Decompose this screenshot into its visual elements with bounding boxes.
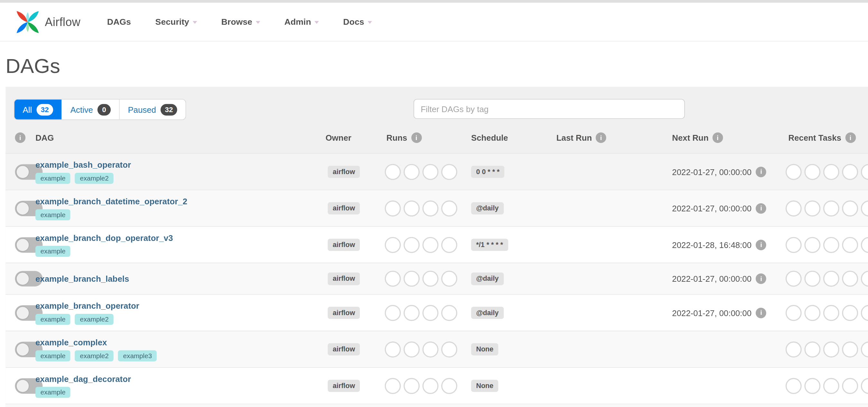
nav-item-dags[interactable]: DAGs (107, 17, 131, 27)
run-state-circle[interactable] (422, 305, 438, 321)
recent-task-circle[interactable] (804, 305, 820, 321)
recent-task-circle[interactable] (861, 378, 868, 394)
recent-task-circle[interactable] (804, 200, 820, 216)
run-state-circle[interactable] (422, 200, 438, 216)
runs-info-icon[interactable] (411, 133, 422, 143)
recent-task-circle[interactable] (804, 237, 820, 253)
recent-task-circle[interactable] (861, 341, 868, 358)
dag-tag[interactable]: example2 (75, 173, 114, 184)
next-run-info-icon[interactable] (756, 274, 767, 284)
recent-task-circle[interactable] (786, 341, 802, 358)
run-state-circle[interactable] (441, 271, 457, 287)
run-state-circle[interactable] (404, 164, 420, 180)
run-state-circle[interactable] (384, 305, 401, 321)
dag-name-link[interactable]: example_branch_operator (35, 301, 139, 310)
recent-task-circle[interactable] (842, 271, 858, 287)
recent-task-circle[interactable] (842, 200, 858, 216)
recent-task-circle[interactable] (823, 200, 839, 216)
dag-tag[interactable]: example (35, 246, 70, 257)
run-state-circle[interactable] (384, 164, 401, 180)
filter-dags-input[interactable] (413, 99, 685, 119)
recent-task-circle[interactable] (861, 271, 868, 287)
recent-task-circle[interactable] (842, 341, 858, 358)
recent-task-circle[interactable] (823, 378, 839, 394)
run-state-circle[interactable] (384, 200, 401, 216)
recent-task-circle[interactable] (786, 200, 802, 216)
nav-item-browse[interactable]: Browse (221, 17, 260, 27)
brand-link[interactable]: Airflow (16, 10, 81, 34)
pause-info-icon[interactable] (15, 133, 25, 143)
recent-task-circle[interactable] (842, 305, 858, 321)
next-run-info-icon[interactable] (756, 203, 767, 214)
recent-task-circle[interactable] (823, 237, 839, 253)
recent-task-circle[interactable] (804, 164, 820, 180)
run-state-circle[interactable] (441, 237, 457, 253)
next-run-info-icon-header[interactable] (712, 133, 723, 143)
dag-name-link[interactable]: example_dag_decorator (35, 374, 131, 383)
run-state-circle[interactable] (422, 341, 438, 358)
recent-task-circle[interactable] (861, 237, 868, 253)
recent-task-circle[interactable] (786, 164, 802, 180)
run-state-circle[interactable] (404, 271, 420, 287)
last-run-info-icon[interactable] (596, 133, 607, 143)
run-state-circle[interactable] (384, 237, 401, 253)
dag-name-link[interactable]: example_bash_operator (35, 160, 131, 169)
recent-task-circle[interactable] (823, 271, 839, 287)
run-state-circle[interactable] (441, 164, 457, 180)
nav-item-docs[interactable]: Docs (343, 17, 372, 27)
tab-paused[interactable]: Paused32 (119, 100, 186, 120)
tab-active[interactable]: Active0 (61, 100, 119, 120)
dag-tag[interactable]: example2 (75, 350, 114, 361)
dag-tag[interactable]: example (35, 209, 70, 220)
recent-task-circle[interactable] (786, 237, 802, 253)
run-state-circle[interactable] (404, 200, 420, 216)
dag-tag[interactable]: example2 (75, 313, 114, 325)
run-state-circle[interactable] (422, 378, 438, 394)
dag-tag[interactable]: example (35, 173, 70, 184)
run-state-circle[interactable] (441, 378, 457, 394)
dag-name-link[interactable]: example_branch_labels (35, 274, 129, 283)
tab-all[interactable]: All32 (14, 100, 62, 120)
recent-task-circle[interactable] (842, 164, 858, 180)
dag-name-link[interactable]: example_branch_datetime_operator_2 (35, 197, 187, 206)
run-state-circle[interactable] (384, 378, 401, 394)
recent-task-circle[interactable] (842, 378, 858, 394)
next-run-info-icon[interactable] (756, 167, 767, 177)
run-state-circle[interactable] (404, 305, 420, 321)
dag-name-link[interactable]: example_branch_dop_operator_v3 (35, 233, 173, 242)
dag-tag[interactable]: example (35, 387, 70, 398)
run-state-circle[interactable] (384, 271, 401, 287)
run-state-circle[interactable] (441, 341, 457, 358)
recent-task-circle[interactable] (823, 341, 839, 358)
recent-task-circle[interactable] (861, 200, 868, 216)
run-state-circle[interactable] (422, 164, 438, 180)
recent-task-circle[interactable] (786, 305, 802, 321)
dag-tag[interactable]: example (35, 313, 70, 325)
dag-tag[interactable]: example (35, 350, 70, 361)
run-state-circle[interactable] (404, 378, 420, 394)
run-state-circle[interactable] (422, 271, 438, 287)
recent-task-circle[interactable] (786, 378, 802, 394)
recent-task-circle[interactable] (861, 305, 868, 321)
nav-item-security[interactable]: Security (155, 17, 197, 27)
run-state-circle[interactable] (422, 237, 438, 253)
recent-task-circle[interactable] (861, 164, 868, 180)
dag-name-link[interactable]: example_complex (35, 338, 107, 347)
run-state-circle[interactable] (404, 341, 420, 358)
recent-task-circle[interactable] (823, 164, 839, 180)
recent-task-circle[interactable] (804, 341, 820, 358)
dag-tag[interactable]: example3 (118, 350, 157, 361)
recent-task-circle[interactable] (804, 271, 820, 287)
run-state-circle[interactable] (384, 341, 401, 358)
recent-task-circle[interactable] (786, 271, 802, 287)
recent-tasks-info-icon[interactable] (845, 133, 856, 143)
nav-item-admin[interactable]: Admin (284, 17, 319, 27)
recent-task-circle[interactable] (823, 305, 839, 321)
recent-task-circle[interactable] (842, 237, 858, 253)
run-state-circle[interactable] (441, 305, 457, 321)
run-state-circle[interactable] (404, 237, 420, 253)
recent-task-circle[interactable] (804, 378, 820, 394)
run-state-circle[interactable] (441, 200, 457, 216)
next-run-info-icon[interactable] (756, 240, 767, 250)
next-run-info-icon[interactable] (756, 308, 767, 318)
